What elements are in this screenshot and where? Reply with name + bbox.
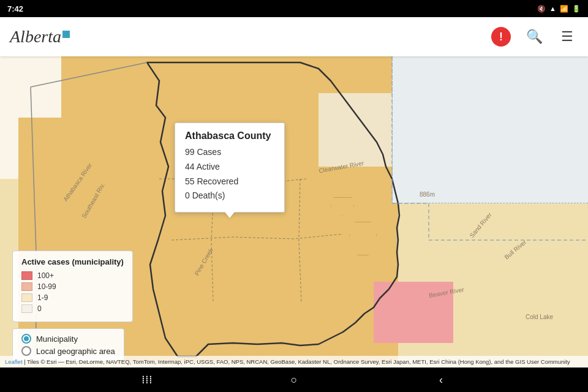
status-icons: 🔇 ▲ 📶 🔋 [537,5,581,13]
map-popup: Athabasca County 99 Cases 44 Active 55 R… [175,123,285,213]
app-header: Alberta ! 🔍 ☰ [0,17,588,56]
recent-apps-button[interactable]: ⁞⁞⁞ [135,370,159,390]
logo-area: Alberta [10,27,70,47]
legend-item-1-9: 1-9 [21,293,124,302]
leaflet-link[interactable]: Leaflet [5,358,23,365]
home-icon: ○ [291,374,298,386]
radio-label-geographic: Local geographic area [36,347,115,356]
legend-swatch-100plus [21,271,32,280]
legend-swatch-1-9 [21,293,32,302]
bottom-nav: ⁞⁞⁞ ○ ‹ [0,368,588,392]
legend-label-1-9: 1-9 [37,293,48,302]
legend-title: Active cases (municipality) [21,257,124,266]
radio-circle-municipality [21,334,31,344]
logo-text: Alberta [10,27,61,47]
logo-square [62,31,70,38]
legend-swatch-0 [21,304,32,313]
legend-label-100plus: 100+ [37,271,54,280]
mute-icon: 🔇 [537,5,546,13]
menu-button[interactable]: ☰ [556,26,578,48]
time-display: 7:42 [7,4,23,13]
attribution-text: | Tiles © Esri — Esri, DeLorme, NAVTEQ, … [23,358,570,365]
legend-item-10-99: 10-99 [21,282,124,291]
alert-exclamation: ! [499,31,503,43]
popup-cases: 99 Cases [185,145,272,160]
radio-inner-municipality [24,336,29,341]
popup-active: 44 Active [185,160,272,175]
legend-box: Active cases (municipality) 100+ 10-99 1… [12,251,133,322]
popup-recovered: 55 Recovered [185,175,272,189]
map-container[interactable]: Athabasca RiverSoutheast Riv.Pine CreekC… [0,56,588,368]
legend-item-0: 0 [21,304,124,313]
legend-label-10-99: 10-99 [37,282,56,291]
legend-swatch-10-99 [21,282,32,291]
header-icons: ! 🔍 ☰ [490,26,578,48]
radio-municipality[interactable]: Municipality [21,334,115,344]
back-button[interactable]: ‹ [429,370,453,390]
alert-button[interactable]: ! [490,26,512,48]
popup-title: Athabasca County [185,130,272,141]
battery-icon: 🔋 [572,5,581,13]
search-icon: 🔍 [526,29,543,45]
hamburger-icon: ☰ [561,29,573,45]
radio-circle-geographic [21,346,31,356]
status-bar: 7:42 🔇 ▲ 📶 🔋 [0,0,588,17]
radio-label-municipality: Municipality [36,334,78,344]
signal-icon: 📶 [560,5,568,13]
popup-deaths: 0 Death(s) [185,189,272,203]
alert-icon: ! [491,27,511,47]
recent-apps-icon: ⁞⁞⁞ [141,373,153,386]
radio-geographic[interactable]: Local geographic area [21,346,115,356]
map-attribution: Leaflet | Tiles © Esri — Esri, DeLorme, … [0,356,588,368]
wifi-icon: ▲ [549,5,556,12]
legend-item-100plus: 100+ [21,271,124,280]
search-button[interactable]: 🔍 [523,26,545,48]
back-icon: ‹ [439,374,443,386]
home-button[interactable]: ○ [282,370,306,390]
legend-label-0: 0 [37,304,42,313]
